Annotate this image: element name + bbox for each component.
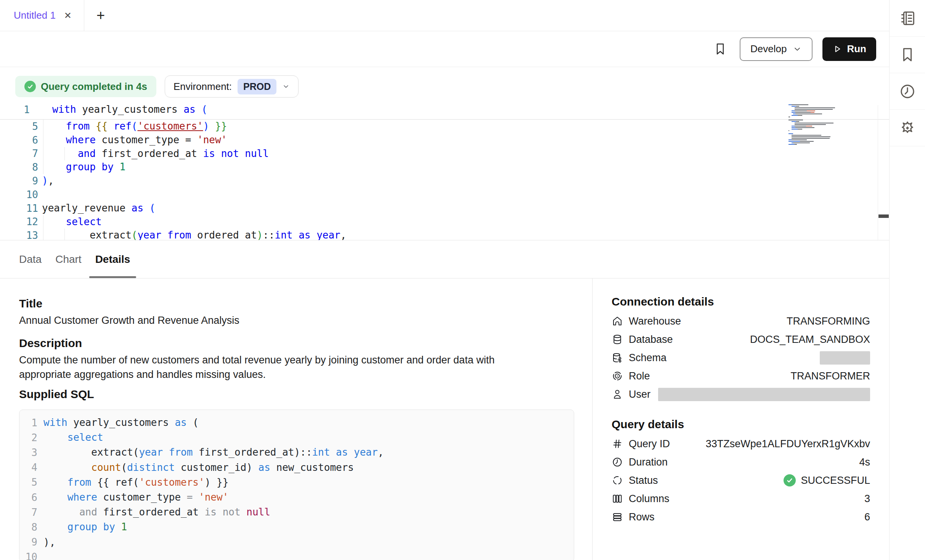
detail-row: Query ID33TZseWpe1ALFDUYerxR1gVKxbv	[612, 435, 870, 453]
rail-bookmark-button[interactable]	[890, 37, 925, 73]
success-check-icon	[784, 474, 796, 486]
code-line[interactable]: 5 from {{ ref('customers') }}	[0, 120, 889, 133]
tab-label: Details	[95, 253, 130, 266]
bookmark-icon	[899, 46, 916, 64]
tab-details[interactable]: Details	[95, 240, 130, 278]
detail-label: Duration	[629, 456, 668, 468]
check-circle-icon	[24, 81, 36, 92]
line-number: 9	[19, 536, 37, 548]
detail-value: TRANSFORMING	[787, 315, 870, 327]
new-tab-button[interactable]: +	[89, 0, 112, 31]
rail-copilot-button[interactable]	[890, 110, 925, 146]
run-button-label: Run	[847, 43, 866, 55]
chevron-down-icon	[282, 83, 290, 90]
rail-notebook-button[interactable]	[890, 0, 925, 37]
close-icon[interactable]: ✕	[64, 10, 72, 21]
code-line[interactable]: 7 and first_ordered_at is not null	[0, 147, 889, 161]
description-heading: Description	[19, 337, 82, 350]
detail-row: RoleTRANSFORMER	[612, 367, 870, 385]
editor-scrollbar[interactable]	[878, 105, 889, 240]
tab-chart[interactable]: Chart	[55, 240, 81, 278]
line-number: 6	[0, 134, 38, 146]
code-line[interactable]: 6 where customer_type = 'new'	[0, 133, 889, 147]
editor-lines[interactable]: 5 from {{ ref('customers') }}6 where cus…	[0, 120, 889, 240]
toolbar: Develop Run	[0, 31, 889, 67]
play-icon	[832, 44, 842, 54]
sql-editor[interactable]: 1with yearly_customers as ( 5 from {{ re…	[0, 100, 889, 240]
code-line[interactable]: 1with yearly_customers as (	[0, 100, 889, 119]
detail-label: Database	[629, 334, 673, 346]
detail-row: Schema	[612, 349, 870, 367]
detail-value: 6	[864, 511, 870, 523]
query-details-heading: Query details	[612, 418, 870, 431]
app-root: Untitled 1 ✕ + Develop Run Query complet…	[0, 0, 925, 560]
scrollbar-thumb[interactable]	[878, 214, 889, 218]
side-rail	[889, 0, 925, 560]
detail-label: Schema	[629, 352, 666, 364]
environment-select[interactable]: Environment: PROD	[165, 75, 299, 98]
warehouse-icon	[612, 315, 623, 327]
sql-line: 10	[19, 550, 574, 560]
line-number: 1	[0, 104, 30, 115]
sticky-scroll-line[interactable]: 1with yearly_customers as (	[0, 100, 889, 120]
detail-row: Columns3	[612, 490, 870, 508]
line-number: 1	[19, 417, 37, 429]
detail-label: User	[629, 389, 650, 400]
detail-value: DOCS_TEAM_SANDBOX	[750, 334, 870, 346]
chevron-down-icon	[793, 45, 802, 54]
line-number: 7	[19, 507, 37, 518]
line-number: 10	[19, 551, 37, 560]
redacted-value	[820, 351, 870, 365]
result-tabs: DataChartDetails	[0, 240, 889, 278]
columns-icon	[612, 493, 623, 504]
detail-row: Rows6	[612, 508, 870, 526]
detail-row: WarehouseTRANSFORMING	[612, 312, 870, 330]
develop-button[interactable]: Develop	[740, 37, 813, 61]
code-line[interactable]: 10	[0, 188, 889, 202]
tab-title: Untitled 1	[14, 10, 56, 21]
details-sidebar: Connection details WarehouseTRANSFORMING…	[592, 278, 889, 560]
run-button[interactable]: Run	[822, 37, 876, 61]
detail-label: Role	[629, 370, 650, 382]
line-number: 9	[0, 175, 38, 187]
bookmark-icon[interactable]	[713, 42, 727, 56]
code-line[interactable]: 8 group by 1	[0, 160, 889, 174]
schema-icon	[612, 352, 623, 363]
code-line[interactable]: 9),	[0, 174, 889, 188]
tab-untitled-1[interactable]: Untitled 1 ✕	[0, 0, 84, 31]
hash-icon	[612, 438, 623, 450]
line-number: 4	[19, 462, 37, 473]
detail-value: TRANSFORMER	[791, 370, 870, 382]
detail-row: Duration4s	[612, 453, 870, 471]
connection-details-heading: Connection details	[612, 295, 870, 308]
line-number: 8	[19, 522, 37, 533]
sql-line: 1with yearly_customers as (	[19, 415, 574, 430]
detail-value: 33TZseWpe1ALFDUYerxR1gVKxbv	[706, 438, 870, 450]
line-number: 6	[19, 492, 37, 503]
database-icon	[612, 334, 623, 345]
redacted-value	[658, 388, 870, 401]
detail-label: Warehouse	[629, 315, 681, 327]
line-number: 3	[19, 447, 37, 458]
sql-line: 9),	[19, 535, 574, 550]
code-line[interactable]: 11yearly_revenue as (	[0, 202, 889, 215]
detail-row: StatusSUCCESSFUL	[612, 471, 870, 490]
line-number: 2	[19, 432, 37, 443]
code-line[interactable]: 13 extract(year from ordered_at)::int as…	[0, 229, 889, 240]
sql-line: 2 select	[19, 430, 574, 445]
detail-row: DatabaseDOCS_TEAM_SANDBOX	[612, 330, 870, 349]
detail-value: SUCCESSFUL	[801, 475, 870, 486]
title-heading: Title	[19, 297, 42, 310]
sql-line: 3 extract(year from first_ordered_at)::i…	[19, 445, 574, 460]
status-row: Query completed in 4s Environment: PROD	[15, 75, 299, 98]
sql-line: 8 group by 1	[19, 520, 574, 534]
detail-value: 4s	[859, 456, 870, 468]
notebook-icon	[899, 10, 916, 27]
editor-minimap[interactable]	[788, 104, 835, 149]
detail-row: User	[612, 385, 870, 403]
line-number: 12	[0, 216, 38, 227]
tab-data[interactable]: Data	[19, 240, 42, 278]
rail-history-button[interactable]	[890, 73, 925, 110]
code-line[interactable]: 12 select	[0, 215, 889, 229]
tab-bar: Untitled 1 ✕ +	[0, 0, 889, 31]
